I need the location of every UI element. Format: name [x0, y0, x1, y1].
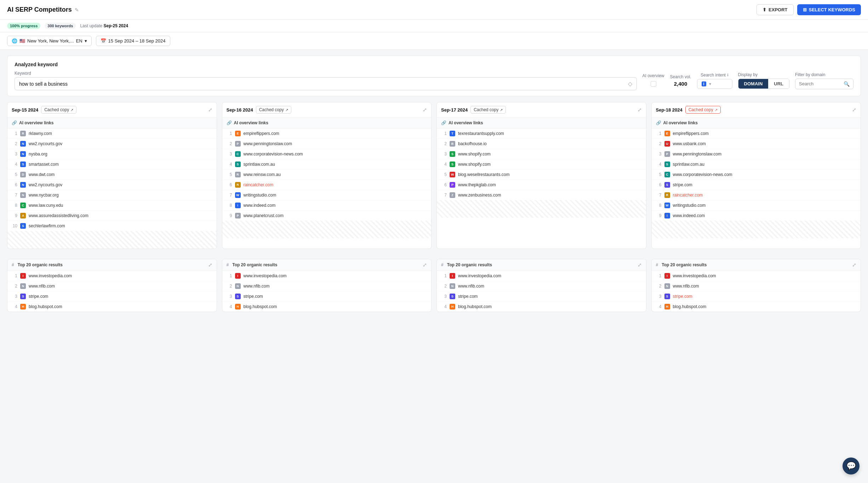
- list-item[interactable]: 3 S stripe.com: [222, 291, 432, 302]
- result-domain[interactable]: www.reinsw.com.au: [244, 172, 281, 177]
- result-domain[interactable]: empireflippers.com: [244, 131, 279, 136]
- list-item[interactable]: 6 P www.thepkglab.com: [437, 180, 646, 190]
- list-item[interactable]: 6 N ww2.nycourts.gov: [7, 180, 217, 190]
- list-item[interactable]: 3 S www.shopify.com: [437, 149, 646, 159]
- result-domain[interactable]: blog.hubspot.com: [458, 304, 492, 309]
- list-item[interactable]: 9 P www.planetcrust.com: [222, 211, 432, 221]
- list-item[interactable]: 3 C www.corporatevision-news.com: [222, 149, 432, 159]
- list-item[interactable]: 2 N www.nfib.com: [652, 281, 861, 291]
- filter-domain-input[interactable]: [799, 81, 841, 86]
- result-domain[interactable]: www.shopify.com: [458, 162, 491, 167]
- list-item[interactable]: 2 U www.usbank.com: [652, 139, 861, 149]
- list-item[interactable]: 7 Z www.zenbusiness.com: [437, 190, 646, 200]
- list-item[interactable]: 6 R raincatcher.com: [222, 180, 432, 190]
- list-item[interactable]: 4 H blog.hubspot.com: [7, 302, 217, 312]
- list-item[interactable]: 4 H blog.hubspot.com: [222, 302, 432, 312]
- list-item[interactable]: 3 N nysba.org: [7, 149, 217, 159]
- list-item[interactable]: 4 S sprintlaw.com.au: [222, 159, 432, 170]
- list-item[interactable]: 1 T texrestaurantsupply.com: [437, 129, 646, 139]
- cached-copy-btn-2[interactable]: Cached copy ↗: [470, 106, 506, 114]
- list-item[interactable]: 4 S smartasset.com: [7, 159, 217, 170]
- list-item[interactable]: 8 C www.law.cuny.edu: [7, 200, 217, 211]
- list-item[interactable]: 7 W writingstudio.com: [222, 190, 432, 200]
- result-domain[interactable]: www.nfib.com: [458, 284, 484, 289]
- list-item[interactable]: 4 H blog.hubspot.com: [437, 302, 646, 312]
- result-domain[interactable]: www.investopedia.com: [244, 273, 287, 278]
- result-domain[interactable]: nysba.org: [29, 152, 47, 157]
- list-item[interactable]: 3 S stripe.com: [652, 291, 861, 302]
- result-domain[interactable]: www.investopedia.com: [29, 273, 72, 278]
- result-domain[interactable]: stripe.com: [673, 294, 692, 299]
- list-item[interactable]: 6 S stripe.com: [652, 180, 861, 190]
- list-item[interactable]: 2 N www.nfib.com: [7, 281, 217, 291]
- result-domain[interactable]: ww2.nycourts.gov: [29, 141, 62, 146]
- cached-copy-btn-1[interactable]: Cached copy ↗: [256, 106, 291, 114]
- result-domain[interactable]: smartasset.com: [29, 162, 59, 167]
- list-item[interactable]: 2 B backofhouse.io: [437, 139, 646, 149]
- result-domain[interactable]: writingstudio.com: [244, 193, 276, 198]
- result-domain[interactable]: stripe.com: [673, 182, 692, 187]
- result-domain[interactable]: www.nfib.com: [29, 284, 55, 289]
- result-domain[interactable]: www.corporatevision-news.com: [244, 152, 303, 157]
- expand-btn-1[interactable]: ⤢: [423, 107, 427, 113]
- result-domain[interactable]: www.law.cuny.edu: [29, 203, 63, 208]
- organic-expand-btn-2[interactable]: ⤢: [638, 262, 642, 268]
- result-domain[interactable]: www.usbank.com: [673, 141, 706, 146]
- result-domain[interactable]: www.nfib.com: [244, 284, 270, 289]
- result-domain[interactable]: www.dwt.com: [29, 172, 55, 177]
- display-domain-btn[interactable]: DOMAIN: [738, 79, 769, 89]
- result-domain[interactable]: www.indeed.com: [673, 213, 705, 218]
- list-item[interactable]: 1 I www.investopedia.com: [652, 271, 861, 281]
- result-domain[interactable]: www.nfib.com: [673, 284, 699, 289]
- organic-expand-btn-1[interactable]: ⤢: [423, 262, 427, 268]
- list-item[interactable]: 7 R raincatcher.com: [652, 190, 861, 200]
- result-domain[interactable]: blog.hubspot.com: [673, 304, 707, 309]
- list-item[interactable]: 1 I www.investopedia.com: [7, 271, 217, 281]
- result-domain[interactable]: sechlerlawfirm.com: [29, 223, 65, 228]
- list-item[interactable]: 5 D www.dwt.com: [7, 170, 217, 180]
- list-item[interactable]: 8 i www.indeed.com: [222, 200, 432, 211]
- result-domain[interactable]: blog.hubspot.com: [244, 304, 277, 309]
- search-intent-box[interactable]: I ▾: [697, 79, 732, 89]
- result-domain[interactable]: stripe.com: [29, 294, 48, 299]
- result-domain[interactable]: www.penningtonslaw.com: [244, 141, 292, 146]
- list-item[interactable]: 2 N www.nfib.com: [222, 281, 432, 291]
- result-domain[interactable]: www.corporatevision-news.com: [673, 172, 732, 177]
- result-domain[interactable]: www.shopify.com: [458, 152, 491, 157]
- list-item[interactable]: 3 P www.penningtonslaw.com: [652, 149, 861, 159]
- expand-btn-3[interactable]: ⤢: [852, 107, 856, 113]
- search-intent-info-icon[interactable]: ℹ: [727, 73, 729, 77]
- result-domain[interactable]: www.investopedia.com: [458, 273, 501, 278]
- result-domain[interactable]: sprintlaw.com.au: [673, 162, 704, 167]
- keyword-input-field[interactable]: how to sell a business ◇: [15, 77, 637, 90]
- result-domain[interactable]: www.thepkglab.com: [458, 182, 496, 187]
- list-item[interactable]: 9 i www.indeed.com: [652, 211, 861, 221]
- result-domain[interactable]: www.planetcrust.com: [244, 213, 284, 218]
- result-domain[interactable]: empireflippers.com: [673, 131, 709, 136]
- list-item[interactable]: 1 R rklawny.com: [7, 129, 217, 139]
- list-item[interactable]: 4 H blog.hubspot.com: [652, 302, 861, 312]
- list-item[interactable]: 3 S stripe.com: [437, 291, 646, 302]
- expand-btn-2[interactable]: ⤢: [638, 107, 642, 113]
- result-domain[interactable]: stripe.com: [244, 294, 263, 299]
- list-item[interactable]: 7 N www.nycbar.org: [7, 190, 217, 200]
- result-domain[interactable]: blog.hubspot.com: [29, 304, 62, 309]
- result-domain[interactable]: www.indeed.com: [244, 203, 276, 208]
- result-domain[interactable]: stripe.com: [458, 294, 478, 299]
- list-item[interactable]: 1 E empireflippers.com: [222, 129, 432, 139]
- list-item[interactable]: 9 A www.assuredassistedliving.com: [7, 211, 217, 221]
- list-item[interactable]: 1 I www.investopedia.com: [222, 271, 432, 281]
- list-item[interactable]: 4 S www.shopify.com: [437, 159, 646, 170]
- list-item[interactable]: 5 W blog.wesellrestaurants.com: [437, 170, 646, 180]
- cached-copy-btn-3[interactable]: Cached copy ↗: [685, 106, 721, 114]
- ai-overview-checkbox[interactable]: [651, 81, 656, 87]
- result-domain[interactable]: writingstudio.com: [673, 203, 706, 208]
- display-url-btn[interactable]: URL: [768, 79, 789, 89]
- list-item[interactable]: 2 P www.penningtonslaw.com: [222, 139, 432, 149]
- result-domain[interactable]: backofhouse.io: [458, 141, 487, 146]
- result-domain[interactable]: www.zenbusiness.com: [458, 193, 501, 198]
- result-domain[interactable]: raincatcher.com: [244, 182, 274, 187]
- list-item[interactable]: 5 C www.corporatevision-news.com: [652, 170, 861, 180]
- export-button[interactable]: ⬆ EXPORT: [756, 4, 793, 15]
- result-domain[interactable]: rklawny.com: [29, 131, 52, 136]
